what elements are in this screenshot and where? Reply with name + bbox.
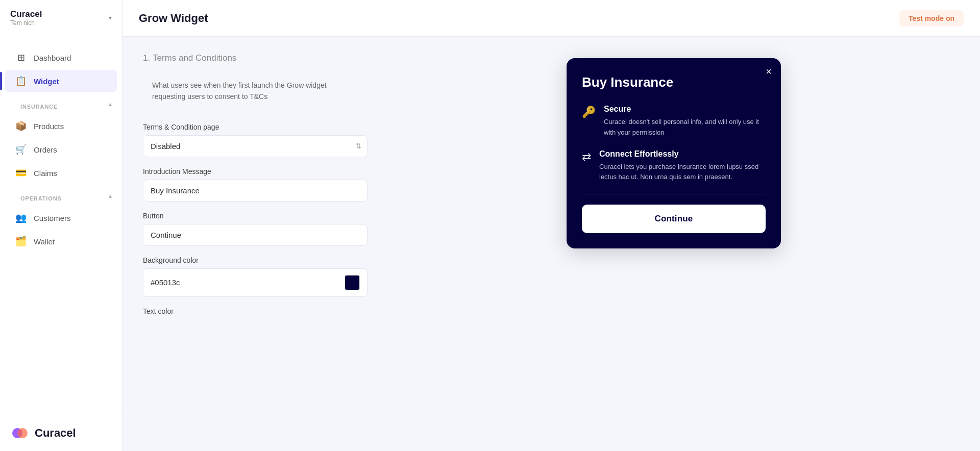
intro-label: Introduction Message	[143, 167, 368, 176]
widget-continue-button[interactable]: Continue	[582, 205, 766, 233]
bg-color-label: Background color	[143, 256, 368, 264]
topbar: Grow Widget Test mode on	[122, 0, 980, 37]
wallet-icon: 🗂️	[15, 236, 27, 247]
sidebar-item-label: Claims	[34, 169, 57, 178]
sidebar: Curacel Tem nich ▾ ⊞ Dashboard 📋 Widget …	[0, 0, 122, 451]
sidebar-item-claims[interactable]: 💳 Claims	[5, 162, 117, 184]
dashboard-icon: ⊞	[15, 52, 27, 63]
widget-icon: 📋	[15, 76, 27, 87]
sidebar-nav: ⊞ Dashboard 📋 Widget INSURANCE ▴ 📦 Produ…	[0, 35, 122, 415]
key-icon: 🔑	[582, 106, 596, 138]
widget-feature-connect-title: Connect Effortlessly	[599, 149, 766, 159]
widget-preview: × Buy Insurance 🔑 Secure Curacel doesn't…	[567, 58, 781, 248]
products-icon: 📦	[15, 120, 27, 132]
sidebar-item-label: Products	[34, 122, 64, 131]
text-color-label: Text color	[143, 307, 368, 315]
orders-icon: 🛒	[15, 144, 27, 155]
widget-feature-secure-title: Secure	[604, 105, 766, 114]
sidebar-item-customers[interactable]: 👥 Customers	[5, 207, 117, 229]
widget-feature-secure-content: Secure Curacel doesn't sell personal inf…	[604, 105, 766, 138]
terms-field-group: Terms & Condition page Disabled Enabled …	[143, 123, 368, 157]
text-color-field-group: Text color	[143, 307, 368, 315]
intro-field-group: Introduction Message	[143, 167, 368, 202]
sidebar-item-dashboard[interactable]: ⊞ Dashboard	[5, 46, 117, 69]
section-number: 1.	[143, 53, 150, 63]
sidebar-item-wallet[interactable]: 🗂️ Wallet	[5, 230, 117, 253]
button-field-group: Button	[143, 212, 368, 246]
sidebar-item-label: Orders	[34, 145, 57, 154]
curacel-logo-icon	[10, 423, 30, 443]
sidebar-item-widget[interactable]: 📋 Widget	[5, 70, 117, 92]
svg-point-1	[17, 428, 28, 438]
widget-divider	[582, 194, 766, 194]
sidebar-item-label: Dashboard	[34, 54, 71, 62]
bg-color-value: #05013c	[151, 278, 339, 287]
content-area: 1. Terms and Conditions What users see w…	[122, 37, 980, 451]
customers-icon: 👥	[15, 212, 27, 223]
operations-section-label: OPERATIONS	[10, 188, 72, 204]
sidebar-item-orders[interactable]: 🛒 Orders	[5, 138, 117, 161]
section-title: 1. Terms and Conditions	[143, 53, 368, 63]
sidebar-item-label: Widget	[34, 77, 59, 86]
brand-name: Curacel	[10, 9, 42, 19]
claims-icon: 💳	[15, 167, 27, 179]
operations-section-header: OPERATIONS ▴	[0, 185, 122, 206]
widget-close-button[interactable]: ×	[766, 66, 772, 77]
sidebar-brand[interactable]: Curacel Tem nich ▾	[0, 0, 122, 35]
sidebar-item-products[interactable]: 📦 Products	[5, 115, 117, 137]
terms-select[interactable]: Disabled Enabled	[143, 135, 368, 157]
sidebar-item-label: Wallet	[34, 237, 55, 246]
test-mode-button[interactable]: Test mode on	[899, 10, 964, 27]
connect-icon: ⇄	[582, 151, 591, 183]
description-box: What users see when they first launch th…	[143, 71, 368, 111]
chevron-up-icon: ▴	[109, 192, 112, 199]
page-title: Grow Widget	[139, 12, 208, 25]
main-content: Grow Widget Test mode on 1. Terms and Co…	[122, 0, 980, 451]
bg-color-swatch[interactable]	[345, 275, 360, 290]
widget-feature-connect-content: Connect Effortlessly Curacel lets you pu…	[599, 149, 766, 183]
section-title-text: Terms and Conditions	[153, 53, 236, 63]
chevron-down-icon: ▾	[109, 14, 112, 21]
terms-label: Terms & Condition page	[143, 123, 368, 131]
widget-feature-secure-desc: Curacel doesn't sell personal info, and …	[604, 117, 766, 138]
description-text: What users see when they first launch th…	[152, 81, 327, 101]
widget-feature-secure: 🔑 Secure Curacel doesn't sell personal i…	[582, 105, 766, 138]
insurance-section-label: INSURANCE	[10, 96, 68, 112]
widget-title: Buy Insurance	[582, 74, 766, 90]
bg-color-wrapper: #05013c	[143, 268, 368, 297]
intro-input[interactable]	[143, 180, 368, 202]
terms-select-wrapper: Disabled Enabled ⇅	[143, 135, 368, 157]
preview-panel: × Buy Insurance 🔑 Secure Curacel doesn't…	[388, 53, 960, 435]
widget-feature-connect-desc: Curacel lets you purchase insurance lore…	[599, 162, 766, 183]
bg-color-field-group: Background color #05013c	[143, 256, 368, 297]
sidebar-item-label: Customers	[34, 214, 71, 222]
logo-text: Curacel	[35, 427, 76, 440]
chevron-up-icon: ▴	[109, 101, 112, 108]
form-panel: 1. Terms and Conditions What users see w…	[143, 53, 368, 435]
insurance-section-header: INSURANCE ▴	[0, 93, 122, 114]
brand-subtitle: Tem nich	[10, 19, 42, 27]
widget-feature-connect: ⇄ Connect Effortlessly Curacel lets you …	[582, 149, 766, 183]
button-input[interactable]	[143, 224, 368, 246]
sidebar-logo: Curacel	[0, 415, 122, 451]
button-label: Button	[143, 212, 368, 220]
